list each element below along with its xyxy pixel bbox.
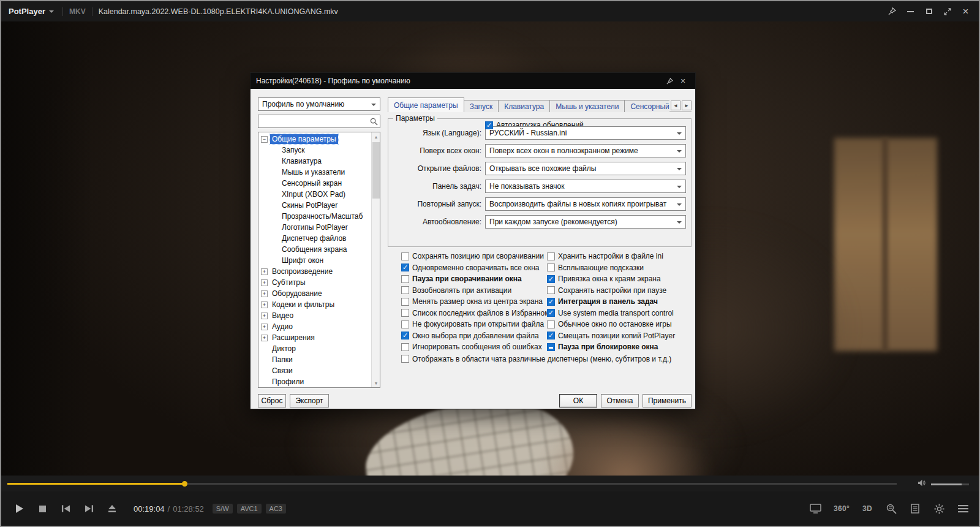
seekbar-handle[interactable] [182,481,187,487]
tree-item[interactable]: Профили [258,376,371,387]
checkbox-row[interactable]: Хранить настройки в файле ini [547,251,693,262]
export-button[interactable]: Экспорт [290,394,329,408]
fullscreen-button[interactable] [939,4,956,19]
checkbox-row[interactable]: Окно выбора при добавлении файла [401,330,547,342]
tree-expand-icon[interactable]: + [261,324,268,330]
app-menu-button[interactable]: PotPlayer [6,7,56,16]
checkbox-row[interactable]: Интеграция в панель задач [547,296,693,308]
checkbox[interactable] [401,252,409,260]
scrollbar-thumb[interactable] [372,142,380,199]
tree-expand-icon[interactable]: + [261,301,268,308]
tab-scroll-left-icon[interactable]: ◄ [671,100,680,110]
search-input[interactable] [258,115,368,127]
tree-item[interactable]: +Аудио [258,321,371,332]
settings-tab[interactable]: Сенсорный эк [624,100,669,112]
checkbox[interactable] [401,309,409,317]
settings-tab[interactable]: Запуск [464,100,499,112]
tree-item[interactable]: Скины PotPlayer [258,200,371,211]
field-dropdown[interactable]: Не показывать значок [485,180,686,193]
dialog-titlebar[interactable]: Настройки(240618) - Профиль по умолчанию… [251,73,695,89]
tree-item[interactable]: Сенсорный экран [258,178,371,189]
checkbox-row[interactable]: Пауза при блокировке окна [547,341,693,353]
seekbar[interactable] [7,483,897,485]
tree-item[interactable]: Шрифт окон [258,255,371,266]
checkbox[interactable] [547,252,555,260]
checkbox-row[interactable]: Список последних файлов в Избранном [401,308,547,319]
playlist-icon[interactable] [909,501,921,517]
play-button[interactable] [7,491,31,526]
checkbox-row[interactable]: Не фокусировать при открытии файла [401,319,547,330]
checkbox[interactable] [547,286,555,294]
close-button[interactable]: × [957,4,974,19]
checkbox[interactable] [547,298,555,306]
maximize-button[interactable] [921,4,937,19]
checkbox[interactable] [401,298,409,306]
checkbox-row[interactable]: Use system media transport control [547,308,693,319]
checkbox-row[interactable]: Одновременно сворачивать все окна [401,262,547,274]
field-dropdown[interactable]: Поверх всех окон в полноэкранном режиме [485,144,686,157]
tree-expand-icon[interactable]: − [261,136,268,143]
tree-item[interactable]: Папки [258,354,371,365]
field-dropdown[interactable]: Воспроизводить файлы в новых копиях прои… [485,197,686,211]
scroll-down-icon[interactable]: ▼ [372,379,380,387]
scroll-up-icon[interactable]: ▲ [372,132,380,141]
checkbox[interactable] [401,286,409,294]
checkbox-row[interactable]: Менять размер окна из центра экрана [401,296,547,308]
checkbox-row[interactable]: Сохранять настройки при паузе [547,285,693,297]
profile-dropdown[interactable]: Профиль по умолчанию [258,97,380,111]
apply-button[interactable]: Применить [643,394,692,408]
vr-360-button[interactable]: 360° [834,501,850,517]
settings-tab[interactable]: Общие параметры [388,97,464,112]
reset-button[interactable]: Сброс [258,394,286,408]
eject-button[interactable] [100,491,124,526]
menu-icon[interactable] [957,501,969,517]
tree-item[interactable]: Связи [258,365,371,376]
checkbox-row[interactable]: Игнорировать сообщения об ошибках [401,341,547,353]
checkbox-row[interactable]: Пауза при сворачивании окна [401,273,547,285]
next-button[interactable] [77,491,100,526]
close-icon[interactable]: × [676,75,690,87]
ok-button[interactable]: ОК [559,394,597,408]
checkbox[interactable] [547,343,555,351]
tree-item[interactable]: Сообщения экрана [258,244,371,255]
tree-item[interactable]: Клавиатура [258,156,371,167]
field-dropdown[interactable]: Открывать все похожие файлы [485,162,686,175]
checkbox-row[interactable]: Возобновлять при активации [401,285,547,297]
gear-icon[interactable] [933,501,945,517]
checkbox[interactable] [485,121,493,129]
tree-item[interactable]: +Субтитры [258,277,371,288]
checkbox-row[interactable]: Смещать позиции копий PotPlayer [547,330,693,342]
field-dropdown[interactable]: РУССКИЙ - Russian.ini [485,126,686,140]
checkbox[interactable] [547,332,555,339]
settings-tab[interactable]: Мышь и указатели [549,100,625,112]
tree-expand-icon[interactable]: + [261,290,268,297]
stop-button[interactable] [31,491,54,526]
checkbox[interactable] [547,320,555,328]
tree-item[interactable]: Прозрачность/Масштаб [258,211,371,222]
field-dropdown[interactable]: При каждом запуске (рекомендуется) [485,215,686,229]
tab-scroll-right-icon[interactable]: ► [682,100,692,110]
minimize-button[interactable] [902,4,919,19]
checkbox-row[interactable]: Всплывающие подсказки [547,262,693,274]
tree-item[interactable]: +Кодеки и фильтры [258,299,371,310]
tree-expand-icon[interactable]: + [261,268,268,275]
tree-item[interactable]: Запуск [258,145,371,156]
tree-expand-icon[interactable]: + [261,335,268,341]
settings-tab[interactable]: Клавиатура [498,100,550,112]
checkbox[interactable] [547,275,555,283]
tree-item[interactable]: +Видео [258,310,371,321]
tree-item[interactable]: Диктор [258,343,371,354]
tree-item[interactable]: +Оборудование [258,288,371,299]
tree-expand-icon[interactable]: + [261,279,268,286]
tree-item[interactable]: −Общие параметры [258,134,371,145]
checkbox-row[interactable]: Сохранять позицию при сворачивании [401,251,547,262]
tree-scrollbar[interactable]: ▲ ▼ [371,132,380,387]
checkbox[interactable] [401,264,409,271]
checkbox-row[interactable]: Отображать в области чата различные дисп… [401,354,693,365]
cancel-button[interactable]: Отмена [601,394,639,408]
checkbox[interactable] [401,332,409,339]
pin-icon[interactable] [663,75,676,87]
display-device-icon[interactable] [810,501,822,517]
tree-item[interactable]: +Расширения [258,332,371,343]
checkbox[interactable] [401,355,409,363]
